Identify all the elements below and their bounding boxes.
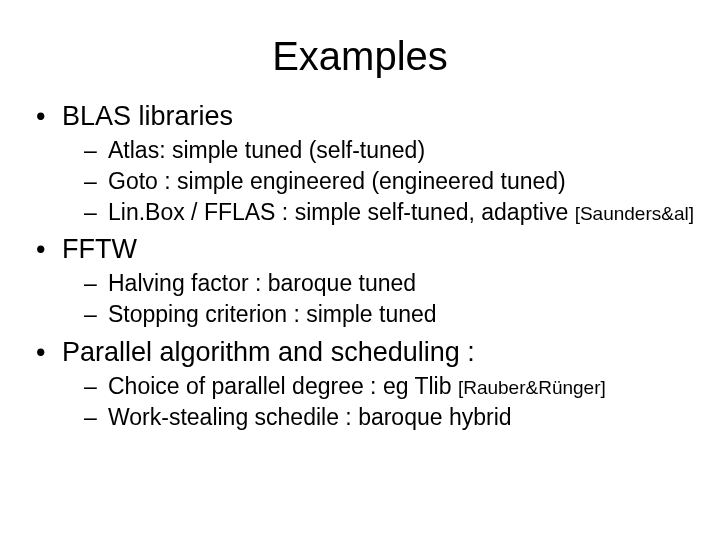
list-item: Halving factor : baroque tuned [84,269,700,298]
item-cite: [Saunders&al] [575,203,694,224]
section-heading: BLAS libraries [62,101,233,131]
section-fftw: FFTW Halving factor : baroque tuned Stop… [36,234,700,329]
item-text: Goto : simple engineered (engineered tun… [108,168,566,194]
section-blas: BLAS libraries Atlas: simple tuned (self… [36,101,700,226]
section-heading: Parallel algorithm and scheduling : [62,337,475,367]
list-item: Stopping criterion : simple tuned [84,300,700,329]
section-parallel: Parallel algorithm and scheduling : Choi… [36,337,700,432]
list-item: Work-stealing schedile : baroque hybrid [84,403,700,432]
sub-list: Atlas: simple tuned (self-tuned) Goto : … [62,136,700,226]
list-item: Goto : simple engineered (engineered tun… [84,167,700,196]
list-item: Lin.Box / FFLAS : simple self-tuned, ada… [84,198,700,227]
sub-list: Choice of parallel degree : eg Tlib [Rau… [62,372,700,432]
item-text: Lin.Box / FFLAS : simple self-tuned, ada… [108,199,575,225]
section-heading: FFTW [62,234,137,264]
item-text: Work-stealing schedile : baroque hybrid [108,404,512,430]
slide-content: BLAS libraries Atlas: simple tuned (self… [0,101,720,431]
item-cite: [Rauber&Rünger] [458,377,606,398]
list-item: Choice of parallel degree : eg Tlib [Rau… [84,372,700,401]
list-item: Atlas: simple tuned (self-tuned) [84,136,700,165]
slide-title: Examples [0,0,720,93]
slide: Examples BLAS libraries Atlas: simple tu… [0,0,720,540]
sub-list: Halving factor : baroque tuned Stopping … [62,269,700,329]
item-text: Choice of parallel degree : eg Tlib [108,373,458,399]
item-text: Atlas: simple tuned (self-tuned) [108,137,425,163]
item-text: Stopping criterion : simple tuned [108,301,437,327]
bullet-list: BLAS libraries Atlas: simple tuned (self… [36,101,700,431]
item-text: Halving factor : baroque tuned [108,270,416,296]
